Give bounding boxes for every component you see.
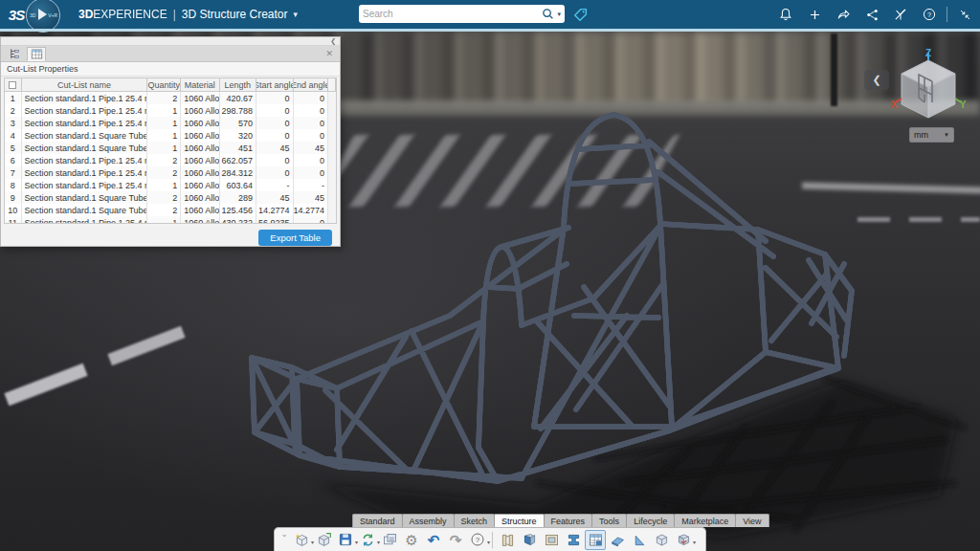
search-options-chevron-icon[interactable]: ▾ [557,11,561,18]
panel-close-icon[interactable]: ✕ [323,49,336,58]
table-cell-qty: 1 [147,142,181,154]
table-cell-num: 2 [5,104,22,117]
table-scrollbar[interactable] [328,117,336,129]
table-cell-end: 0 [294,92,329,104]
table-cell-length: 284.312 [220,166,256,179]
table-cell-qty: 1 [147,129,181,142]
table-cell-end: 14.2774 [294,204,329,216]
table-scrollbar[interactable] [328,142,336,154]
view-cube[interactable]: Z X Y [888,49,969,131]
tool-caret-icon[interactable]: ▾ [487,539,490,545]
table-scrollbar[interactable] [328,154,336,166]
export-table-button[interactable]: Export Table [258,230,332,246]
tab-tools[interactable]: Tools [591,514,627,527]
table-row[interactable]: 7Section standard.1 Pipe.1 25.4 mm<5>210… [5,166,336,179]
table-scrollbar[interactable] [328,104,336,117]
cut-list-table-icon[interactable] [27,47,46,61]
search-icon[interactable] [542,8,554,20]
tool-caret-icon[interactable]: ▾ [693,539,696,545]
table-cell-num: 9 [5,191,22,204]
app-title[interactable]: 3D Structure Creator [182,8,288,21]
table-cell-qty: 2 [147,204,181,216]
tab-structure[interactable]: Structure [494,514,545,527]
exit-fullscreen-icon[interactable] [953,3,976,26]
structure-tree-icon[interactable] [5,47,24,61]
units-dropdown[interactable]: mm ▼ [909,127,954,143]
table-scrollbar[interactable] [328,191,336,204]
table-header-cell[interactable]: Material [181,78,219,91]
table-row[interactable]: 8Section standard.1 Pipe.1 25.4 mm<6>110… [5,179,336,191]
app-switcher-chevron-icon[interactable]: ▾ [294,10,299,19]
redo-icon[interactable]: ↷ [445,530,466,550]
3dexperience-compass[interactable]: 3D V+R [26,0,60,33]
table-row[interactable]: 10Section standard.1 Square Tube.1 25 mm… [5,204,336,216]
save-icon[interactable]: ▾ [335,530,356,550]
undo-icon[interactable]: ↶ [423,530,444,550]
tab-sketch[interactable]: Sketch [454,514,496,527]
add-icon[interactable] [803,3,826,26]
table-row[interactable]: 5Section standard.1 Square Tube.1 25 mm<… [5,142,336,154]
cut-list-icon[interactable] [585,530,606,550]
tab-assembly[interactable]: Assembly [402,514,455,527]
table-row[interactable]: 3Section standard.1 Pipe.1 25.4 mm<3>110… [5,117,336,129]
surface-corner-icon[interactable] [519,530,540,550]
tab-features[interactable]: Features [544,514,593,527]
table-cell-num: 3 [5,117,22,129]
assistant-icon[interactable] [889,3,912,26]
table-header-cell[interactable]: Cut-List name [22,78,148,91]
table-scrollbar[interactable] [328,166,336,179]
refresh-icon[interactable]: ▾ [357,530,378,550]
table-header-cell[interactable]: Length [220,78,256,91]
search-input[interactable] [363,9,542,19]
settings-gear-icon[interactable]: ⚙ [401,530,422,550]
propagate-icon[interactable] [379,530,400,550]
table-cell-material: 1060 Alloy [181,216,219,223]
toolbar-collapse-chevron-icon[interactable]: ⌄ [278,530,290,550]
frame-window-icon[interactable] [541,530,562,550]
brand-name: 3DEXPERIENCE [78,8,167,21]
tab-view[interactable]: View [735,514,768,527]
help-icon[interactable]: ? [918,3,941,26]
gusset-icon[interactable] [629,530,650,550]
tab-standard[interactable]: Standard [352,514,403,527]
share-arrow-icon[interactable] [832,3,855,26]
table-cell-end: 0 [294,166,329,179]
table-row[interactable]: 9Section standard.1 Square Tube.1 25 mm<… [5,191,336,204]
table-header-cell[interactable]: End angle [294,78,329,91]
table-header-row: Cut-List nameQuantityMaterialLengthStart… [5,78,336,92]
table-scrollbar[interactable] [328,216,336,223]
table-row[interactable]: 1Section standard.1 Pipe.1 25.4 mm<1>210… [5,92,336,104]
plate-icon[interactable] [607,530,628,550]
tab-lifecycle[interactable]: Lifecycle [626,514,675,527]
table-header-cell[interactable]: Start angle [256,78,293,91]
panel-collapse-icon[interactable]: ❮ [330,37,336,45]
table-row[interactable]: 4Section standard.1 Square Tube.1 19 mm<… [5,129,336,142]
new-content-icon[interactable]: ▾ [291,530,312,550]
frame-design-icon[interactable] [497,530,518,550]
table-cell-material: 1060 Alloy [181,104,219,117]
collaborate-icon[interactable] [860,3,883,26]
tab-marketplace[interactable]: Marketplace [674,514,736,527]
table-row[interactable]: 2Section standard.1 Pipe.1 25.4 mm<2>110… [5,104,336,117]
notifications-icon[interactable] [774,3,797,26]
table-cell-qty: 2 [147,166,181,179]
table-row[interactable]: 11Section standard.1 Pipe.1 25.4 mm<7>11… [5,216,336,223]
tag-icon[interactable] [572,6,590,23]
table-scrollbar[interactable] [328,92,336,104]
table-cell-material: 1060 Alloy [181,204,219,216]
table-cell-material: 1060 Alloy [181,166,219,179]
table-scrollbar[interactable] [328,204,336,216]
table-header-cell[interactable]: Quantity [147,78,181,91]
table-scrollbar[interactable] [328,129,336,142]
table-cell-length: 570 [220,117,256,129]
view-previous-button[interactable]: ❮ [864,70,889,90]
box-icon[interactable] [651,530,672,550]
select-all-checkbox[interactable] [9,81,16,89]
beam-icon[interactable] [563,530,584,550]
engraving-icon[interactable]: ▾ [673,530,694,550]
open-icon[interactable] [313,530,334,550]
help-circle-icon[interactable]: ?▾ [467,530,488,550]
table-row[interactable]: 6Section standard.1 Pipe.1 25.4 mm<4>210… [5,154,336,166]
table-scrollbar[interactable] [328,179,336,191]
table-cell-num: 8 [5,179,22,191]
